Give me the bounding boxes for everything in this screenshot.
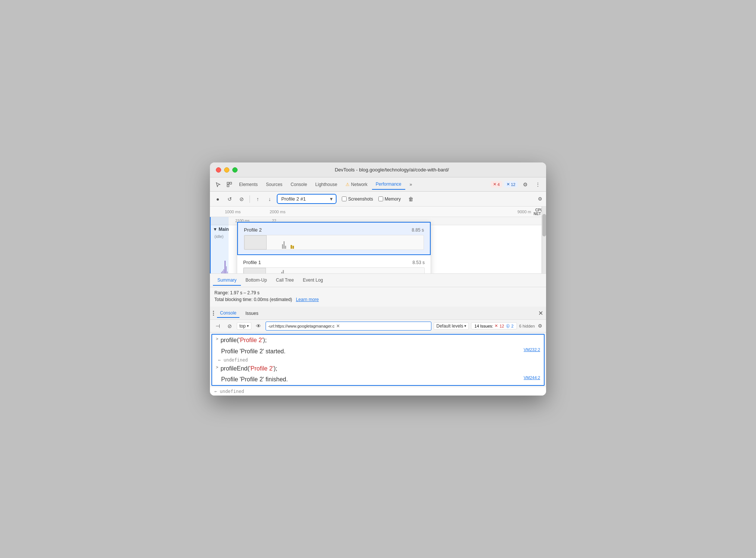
vertical-scrollbar[interactable] [542, 207, 546, 273]
performance-area: 1000 ms 2000 ms 9000 m CPU NET800 m 2100… [210, 207, 546, 274]
context-selector[interactable]: top ▾ [237, 322, 251, 330]
issues-error-icon: ✕ [495, 323, 498, 328]
tab-console[interactable]: Console [287, 180, 311, 189]
console-line-4: > profileEnd('Profile 2'); [212, 363, 544, 374]
dropdown-item-profile2[interactable]: Profile 2 8.85 s [237, 222, 431, 255]
console-settings-button[interactable]: ⚙ [537, 323, 543, 329]
bar [227, 272, 228, 274]
tab-elements[interactable]: Elements [235, 180, 261, 189]
bottom-undefined: ← undefined [210, 387, 546, 396]
console-clear-button[interactable]: ⊘ [225, 321, 235, 331]
tab-call-tree[interactable]: Call Tree [272, 275, 298, 286]
close-button[interactable] [216, 167, 221, 173]
input-arrow-icon-2: > [216, 364, 218, 371]
eye-icon-button[interactable]: 👁 [254, 321, 263, 331]
memory-checkbox[interactable] [378, 196, 383, 201]
warning-icon: ✕ [506, 182, 510, 187]
analysis-tabbar: Summary Bottom-Up Call Tree Event Log [210, 274, 546, 287]
learn-more-link[interactable]: Learn more [296, 297, 319, 302]
scrollbar-thumb[interactable] [542, 214, 546, 236]
tab-sources[interactable]: Sources [262, 180, 286, 189]
console-drag-handle[interactable] [213, 311, 214, 316]
refresh-record-button[interactable]: ↺ [225, 194, 235, 204]
warning-count: 12 [511, 182, 515, 187]
svg-rect-0 [227, 182, 229, 184]
profile1-thumbnail [244, 268, 266, 274]
maximize-button[interactable] [232, 167, 238, 173]
levels-arrow-icon: ▾ [464, 324, 466, 328]
profile-dropdown-menu: Profile 2 8.85 s [237, 221, 431, 274]
svg-rect-2 [227, 185, 229, 187]
vm232-link[interactable]: VM232:2 [524, 347, 540, 353]
console-undefined-1: ← undefined [212, 357, 544, 363]
input-arrow-icon: > [216, 336, 218, 342]
issues-info-icon: 🛈 [506, 324, 510, 328]
warning-badge[interactable]: ✕ 12 [504, 181, 518, 187]
blocking-time-row: Total blocking time: 0.00ms (estimated) … [214, 297, 542, 302]
profile2-thumbnail [244, 235, 267, 249]
tab-more[interactable]: » [406, 180, 416, 189]
dropdown-item-profile1[interactable]: Profile 1 8.53 s [237, 255, 431, 274]
upload-button[interactable]: ↑ [253, 194, 263, 204]
more-options-icon-btn[interactable]: ⋮ [533, 179, 543, 190]
profile2-name: Profile 2 [244, 227, 262, 233]
tab-network[interactable]: ⚠ Network [342, 180, 371, 189]
issues-error-count: 12 [499, 324, 504, 328]
bar [222, 271, 223, 274]
tab-performance[interactable]: Performance [372, 179, 405, 190]
context-label: top [239, 323, 246, 329]
mc-bar [285, 246, 286, 249]
cursor-icon-btn[interactable] [213, 179, 223, 190]
context-arrow-icon: ▾ [247, 324, 249, 328]
profile2-minichart [270, 235, 424, 249]
console-toolbar: ⊣ ⊘ top ▾ 👁 -url:https://www.googletagma… [210, 320, 546, 332]
console-filter-input[interactable]: -url:https://www.googletagmanager.c ✕ [266, 322, 432, 331]
vm244-link[interactable]: VM244:2 [524, 375, 540, 381]
filter-clear-icon[interactable]: ✕ [336, 323, 340, 329]
console-line-2-text: Profile 'Profile 2' started. [216, 347, 521, 356]
tab-event-log[interactable]: Event Log [298, 275, 328, 286]
tab-bottom-up[interactable]: Bottom-Up [241, 275, 271, 286]
error-count: 4 [498, 182, 500, 187]
performance-toolbar: ● ↺ ⊘ ↑ ↓ Profile 2 #1Profile 1 #1 ▼ Scr… [210, 192, 546, 207]
screenshots-label: Screenshots [348, 196, 373, 202]
perf-settings-button[interactable]: ⚙ [537, 196, 543, 202]
mc-bar-yellow [291, 245, 292, 249]
profile-select[interactable]: Profile 2 #1Profile 1 #1 [277, 194, 337, 204]
mc-bar [281, 272, 282, 274]
levels-dropdown[interactable]: Default levels ▾ [434, 322, 469, 330]
console-line-2: Profile 'Profile 2' started. VM232:2 [212, 346, 544, 357]
screenshots-checkbox-label[interactable]: Screenshots [342, 196, 373, 202]
profile-dropdown[interactable]: Profile 2 #1Profile 1 #1 ▼ [277, 194, 337, 204]
sidebar-toggle-button[interactable]: ⊣ [213, 321, 223, 331]
tab-lighthouse[interactable]: Lighthouse [312, 180, 341, 189]
issues-panel-tab[interactable]: Issues [242, 309, 261, 317]
devtools-tabbar: Elements Sources Console Lighthouse ⚠ Ne… [210, 177, 546, 192]
bar [226, 266, 227, 274]
profile1-time: 8.53 s [412, 260, 425, 265]
memory-checkbox-label[interactable]: Memory [378, 196, 401, 202]
dropdown-item-header-profile2: Profile 2 8.85 s [244, 227, 424, 233]
inspect-icon-btn[interactable] [224, 179, 235, 190]
console-header: Console Issues ✕ [210, 307, 546, 320]
tab-summary[interactable]: Summary [213, 275, 241, 286]
issues-count-badge[interactable]: 14 Issues: ✕ 12 🛈 2 [471, 322, 517, 329]
svg-rect-1 [230, 182, 232, 184]
settings-icon-btn[interactable]: ⚙ [520, 179, 530, 190]
bar [224, 261, 226, 274]
profile1-minichart [269, 268, 424, 274]
clear-recordings-button[interactable]: 🗑 [406, 194, 416, 204]
download-button[interactable]: ↓ [265, 194, 275, 204]
screenshots-checkbox[interactable] [342, 196, 347, 201]
cancel-record-button[interactable]: ⊘ [237, 194, 247, 204]
minimize-button[interactable] [224, 167, 229, 173]
error-badge[interactable]: ✕ 4 [491, 181, 502, 187]
console-panel-tab[interactable]: Console [217, 309, 239, 318]
record-button[interactable]: ● [213, 194, 223, 204]
profile2-preview [244, 235, 424, 250]
console-close-button[interactable]: ✕ [538, 310, 543, 317]
profile1-name: Profile 1 [243, 260, 261, 265]
traffic-lights [216, 167, 238, 173]
console-line-1-text: profile('Profile 2'); [220, 335, 540, 345]
toolbar-right: ⚙ [537, 196, 543, 202]
